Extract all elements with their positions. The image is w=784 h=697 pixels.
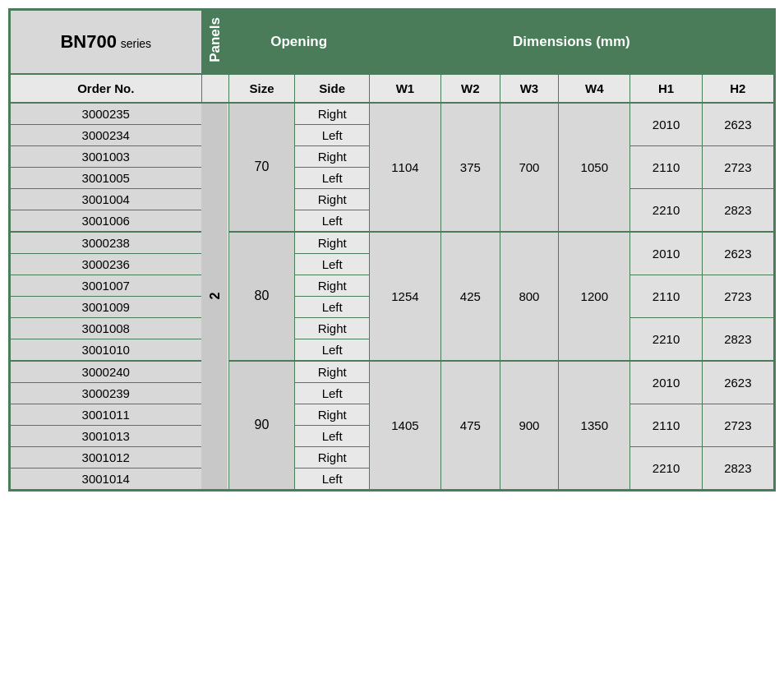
order-no-cell: 3001011 bbox=[11, 404, 202, 425]
w4-cell: 1050 bbox=[559, 103, 630, 232]
h1-cell: 2010 bbox=[630, 103, 702, 146]
h2-cell: 2723 bbox=[702, 404, 773, 446]
dimensions-header: Dimensions (mm) bbox=[369, 11, 773, 74]
side-cell: Right bbox=[295, 188, 369, 210]
side-cell: Right bbox=[295, 361, 369, 383]
w2-label: W2 bbox=[461, 81, 480, 95]
w3-cell: 800 bbox=[500, 232, 559, 361]
side-cell: Left bbox=[295, 124, 369, 145]
h1-cell: 2110 bbox=[630, 404, 702, 446]
size-cell: 70 bbox=[228, 103, 295, 232]
header-top-row: BN700 series Panels Opening Dimensions (… bbox=[11, 11, 774, 74]
side-cell: Left bbox=[295, 425, 369, 446]
h2-cell: 2723 bbox=[702, 145, 773, 188]
h2-cell: 2823 bbox=[702, 446, 773, 489]
h2-cell: 2623 bbox=[702, 103, 773, 146]
w2-cell: 375 bbox=[441, 103, 500, 232]
side-header: Side bbox=[295, 74, 369, 103]
header-sub-row: Order No. Size Side W1 W2 W3 bbox=[11, 74, 774, 103]
panels-cell: 2 bbox=[201, 103, 228, 490]
order-no-cell: 3001007 bbox=[11, 275, 202, 296]
w1-cell: 1104 bbox=[369, 103, 440, 232]
order-no-cell: 3000236 bbox=[11, 253, 202, 275]
order-no-cell: 3001003 bbox=[11, 145, 202, 167]
h2-cell: 2823 bbox=[702, 317, 773, 361]
panels-label-top: Panels bbox=[207, 17, 224, 62]
side-cell: Right bbox=[295, 232, 369, 254]
h1-cell: 2110 bbox=[630, 145, 702, 188]
brand-title: BN700 series bbox=[11, 11, 202, 74]
h1-cell: 2110 bbox=[630, 275, 702, 317]
side-label: Side bbox=[319, 81, 345, 95]
brand-name: BN700 bbox=[60, 31, 116, 52]
side-cell: Left bbox=[295, 210, 369, 232]
w2-cell: 425 bbox=[441, 232, 500, 361]
table-row: 300024090Right1405475900135020102623 bbox=[11, 361, 774, 383]
table-row: 3000235270Right1104375700105020102623 bbox=[11, 103, 774, 125]
size-cell: 90 bbox=[228, 361, 295, 490]
side-cell: Right bbox=[295, 446, 369, 468]
dimensions-label: Dimensions (mm) bbox=[513, 34, 630, 49]
w4-label: W4 bbox=[585, 81, 604, 95]
order-no-cell: 3001005 bbox=[11, 167, 202, 188]
opening-label: Opening bbox=[270, 34, 327, 49]
h1-header: H1 bbox=[630, 74, 702, 103]
order-no-cell: 3000238 bbox=[11, 232, 202, 254]
h1-cell: 2210 bbox=[630, 446, 702, 489]
side-cell: Left bbox=[295, 382, 369, 404]
side-cell: Left bbox=[295, 296, 369, 317]
order-no-cell: 3001012 bbox=[11, 446, 202, 468]
side-cell: Left bbox=[295, 339, 369, 361]
w1-cell: 1405 bbox=[369, 361, 440, 490]
w1-header: W1 bbox=[369, 74, 440, 103]
w2-cell: 475 bbox=[441, 361, 500, 490]
order-no-cell: 3000240 bbox=[11, 361, 202, 383]
w3-cell: 700 bbox=[500, 103, 559, 232]
order-no-cell: 3001013 bbox=[11, 425, 202, 446]
order-no-cell: 3000239 bbox=[11, 382, 202, 404]
series-label: series bbox=[121, 37, 151, 50]
size-label: Size bbox=[249, 81, 274, 95]
side-cell: Right bbox=[295, 145, 369, 167]
h2-cell: 2823 bbox=[702, 188, 773, 232]
side-cell: Left bbox=[295, 167, 369, 188]
panels-subheader bbox=[201, 74, 228, 103]
side-cell: Left bbox=[295, 253, 369, 275]
h2-header: H2 bbox=[702, 74, 773, 103]
order-no-header: Order No. bbox=[11, 74, 202, 103]
side-cell: Left bbox=[295, 468, 369, 489]
w4-header: W4 bbox=[559, 74, 630, 103]
size-header: Size bbox=[228, 74, 295, 103]
h2-label: H2 bbox=[730, 81, 745, 95]
h2-cell: 2723 bbox=[702, 275, 773, 317]
order-no-cell: 3001006 bbox=[11, 210, 202, 232]
size-cell: 80 bbox=[228, 232, 295, 361]
order-no-cell: 3001004 bbox=[11, 188, 202, 210]
side-cell: Right bbox=[295, 275, 369, 296]
h1-cell: 2010 bbox=[630, 232, 702, 275]
h1-cell: 2210 bbox=[630, 188, 702, 232]
w4-cell: 1200 bbox=[559, 232, 630, 361]
side-cell: Right bbox=[295, 317, 369, 339]
h1-cell: 2210 bbox=[630, 317, 702, 361]
w1-cell: 1254 bbox=[369, 232, 440, 361]
w3-cell: 900 bbox=[500, 361, 559, 490]
w2-header: W2 bbox=[441, 74, 500, 103]
product-table: BN700 series Panels Opening Dimensions (… bbox=[8, 8, 776, 492]
h2-cell: 2623 bbox=[702, 232, 773, 275]
h1-cell: 2010 bbox=[630, 361, 702, 404]
w3-label: W3 bbox=[520, 81, 539, 95]
h2-cell: 2623 bbox=[702, 361, 773, 404]
order-no-cell: 3001010 bbox=[11, 339, 202, 361]
side-cell: Right bbox=[295, 404, 369, 425]
w1-label: W1 bbox=[396, 81, 415, 95]
order-no-cell: 3001014 bbox=[11, 468, 202, 489]
w4-cell: 1350 bbox=[559, 361, 630, 490]
h1-label: H1 bbox=[658, 81, 674, 95]
w3-header: W3 bbox=[500, 74, 559, 103]
order-no-cell: 3000234 bbox=[11, 124, 202, 145]
opening-header: Opening bbox=[228, 11, 369, 74]
table-row: 300023880Right1254425800120020102623 bbox=[11, 232, 774, 254]
side-cell: Right bbox=[295, 103, 369, 125]
order-no-cell: 3000235 bbox=[11, 103, 202, 125]
